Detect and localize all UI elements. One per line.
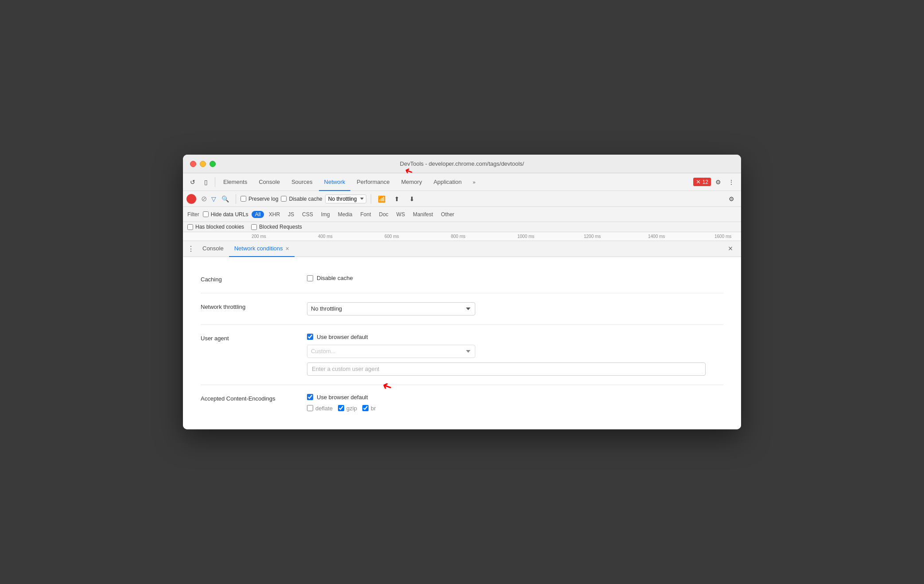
tab-memory[interactable]: Memory ➜: [396, 173, 427, 191]
disable-cache-nc-checkbox[interactable]: [307, 275, 313, 281]
filter-chip-img[interactable]: Img: [318, 211, 333, 218]
inspector-icon[interactable]: ↺: [186, 176, 199, 188]
tab-console-bottom[interactable]: Console: [197, 241, 229, 257]
filter-label: Filter: [187, 211, 199, 218]
network-toolbar: ⊘ ▽ 🔍 Preserve log Disable cache No thro…: [183, 191, 741, 207]
tab-console[interactable]: Console: [253, 173, 285, 191]
gzip-checkbox[interactable]: [338, 405, 344, 411]
preserve-log-checkbox[interactable]: [241, 196, 246, 202]
tab-sources[interactable]: Sources: [286, 173, 318, 191]
tab-application[interactable]: Application: [428, 173, 467, 191]
network-settings-button[interactable]: ⚙: [725, 193, 738, 205]
tick-1600ms: 1600 ms: [714, 234, 731, 239]
br-checkbox[interactable]: [362, 405, 369, 411]
encodings-controls: Use browser default ➜ deflate gzip: [307, 394, 723, 412]
tab-elements[interactable]: Elements: [218, 173, 252, 191]
user-agent-label: User agent: [201, 334, 289, 343]
use-browser-default-row[interactable]: Use browser default: [307, 334, 723, 340]
block-icon: ⊘: [201, 195, 207, 203]
caching-label: Caching: [201, 275, 289, 284]
titlebar: DevTools - developer.chrome.com/tags/dev…: [183, 155, 741, 173]
tab-close-button[interactable]: ×: [286, 245, 289, 252]
filter-chip-other[interactable]: Other: [438, 211, 458, 218]
filter-chip-doc[interactable]: Doc: [376, 211, 392, 218]
has-blocked-cookies-checkbox[interactable]: [187, 224, 193, 230]
hide-data-urls-checkbox[interactable]: [203, 211, 209, 217]
throttling-section: Network throttling No throttling Fast 3G…: [201, 293, 723, 325]
deflate-checkbox[interactable]: [307, 405, 313, 411]
blocked-row: Has blocked cookies Blocked Requests: [183, 222, 741, 232]
filter-chip-all[interactable]: All: [252, 211, 264, 218]
close-button[interactable]: [190, 161, 196, 167]
maximize-button[interactable]: [210, 161, 216, 167]
tick-200ms: 200 ms: [252, 234, 266, 239]
filter-chip-ws[interactable]: WS: [393, 211, 408, 218]
import-har-button[interactable]: ⬆: [391, 193, 403, 205]
device-icon[interactable]: ▯: [200, 176, 212, 188]
wifi-icon: 📶: [378, 195, 385, 202]
preserve-log-label[interactable]: Preserve log: [241, 196, 278, 202]
filter-chips: All XHR JS CSS Img Media Font Doc WS Man…: [252, 211, 457, 218]
export-har-button[interactable]: ⬇: [406, 193, 418, 205]
throttling-nc-select[interactable]: No throttling Fast 3G Slow 3G Offline Ad…: [307, 302, 475, 315]
hide-data-urls-label[interactable]: Hide data URLs: [203, 211, 248, 218]
sep3: [371, 194, 371, 204]
caching-controls: Disable cache: [307, 275, 723, 281]
tick-1000ms: 1000 ms: [517, 234, 534, 239]
deflate-item: deflate: [307, 405, 333, 412]
main-toolbar: ↺ ▯ Elements Console Sources Network Per…: [183, 173, 741, 191]
tick-800ms: 800 ms: [451, 234, 466, 239]
bottom-tab-more-button[interactable]: ⋮: [185, 243, 197, 255]
filter-icon[interactable]: ▽: [211, 195, 216, 202]
window-controls: [190, 161, 216, 167]
settings-icon: ⚙: [729, 195, 734, 202]
blocked-requests-checkbox[interactable]: [251, 224, 257, 230]
search-button[interactable]: 🔍: [219, 193, 231, 205]
error-badge[interactable]: ✕ 12: [693, 178, 711, 186]
devtools-window: DevTools - developer.chrome.com/tags/dev…: [183, 155, 741, 429]
record-button[interactable]: [186, 194, 196, 204]
throttling-select[interactable]: No throttling Fast 3G Slow 3G Offline: [325, 195, 366, 203]
use-browser-default-checkbox[interactable]: [307, 334, 313, 340]
user-agent-section: User agent Use browser default Custom...: [201, 325, 723, 385]
error-icon: ✕: [696, 179, 701, 185]
tick-600ms: 600 ms: [384, 234, 399, 239]
more-actions-button[interactable]: ⋮: [725, 176, 738, 188]
upload-icon: ⬆: [394, 195, 400, 202]
settings-button[interactable]: ⚙: [712, 176, 724, 188]
bottom-tabs-bar: ⋮ Console Network conditions × ×: [183, 241, 741, 257]
wifi-conditions-button[interactable]: 📶: [376, 193, 388, 205]
tick-400ms: 400 ms: [318, 234, 333, 239]
filter-chip-font[interactable]: Font: [357, 211, 374, 218]
tab-network[interactable]: Network: [319, 173, 351, 191]
use-browser-default-enc-checkbox[interactable]: [307, 394, 313, 400]
search-icon: 🔍: [221, 195, 229, 202]
filter-row: Filter Hide data URLs All XHR JS CSS Img…: [183, 207, 741, 222]
custom-ua-select[interactable]: Custom...: [307, 345, 475, 358]
custom-ua-input[interactable]: [307, 362, 706, 376]
filter-chip-js[interactable]: JS: [285, 211, 297, 218]
filter-chip-manifest[interactable]: Manifest: [410, 211, 436, 218]
minimize-button[interactable]: [200, 161, 206, 167]
devtools-main: ↺ ▯ Elements Console Sources Network Per…: [183, 173, 741, 429]
tab-performance[interactable]: Performance: [351, 173, 395, 191]
close-panel-button[interactable]: ×: [725, 244, 736, 254]
disable-cache-checkbox[interactable]: [281, 196, 287, 202]
disable-cache-label[interactable]: Disable cache: [281, 196, 322, 202]
filter-chip-css[interactable]: CSS: [299, 211, 316, 218]
sep2: [236, 194, 236, 204]
encoding-options-row: deflate gzip br: [307, 405, 723, 412]
block-requests-button[interactable]: ⊘: [199, 194, 209, 204]
more-tabs-button[interactable]: »: [468, 176, 480, 188]
filter-chip-media[interactable]: Media: [335, 211, 356, 218]
tab-network-conditions[interactable]: Network conditions ×: [229, 241, 295, 257]
br-item: br: [362, 405, 376, 412]
tick-1200ms: 1200 ms: [584, 234, 601, 239]
blocked-requests-label[interactable]: Blocked Requests: [251, 224, 302, 230]
has-blocked-cookies-label[interactable]: Has blocked cookies: [187, 224, 244, 230]
filter-chip-xhr[interactable]: XHR: [266, 211, 283, 218]
disable-cache-row[interactable]: Disable cache: [307, 275, 723, 281]
caching-section: Caching Disable cache: [201, 266, 723, 293]
bottom-panel: ⋮ Console Network conditions × × Caching: [183, 241, 741, 429]
use-browser-default-enc-row[interactable]: Use browser default ➜: [307, 394, 723, 401]
